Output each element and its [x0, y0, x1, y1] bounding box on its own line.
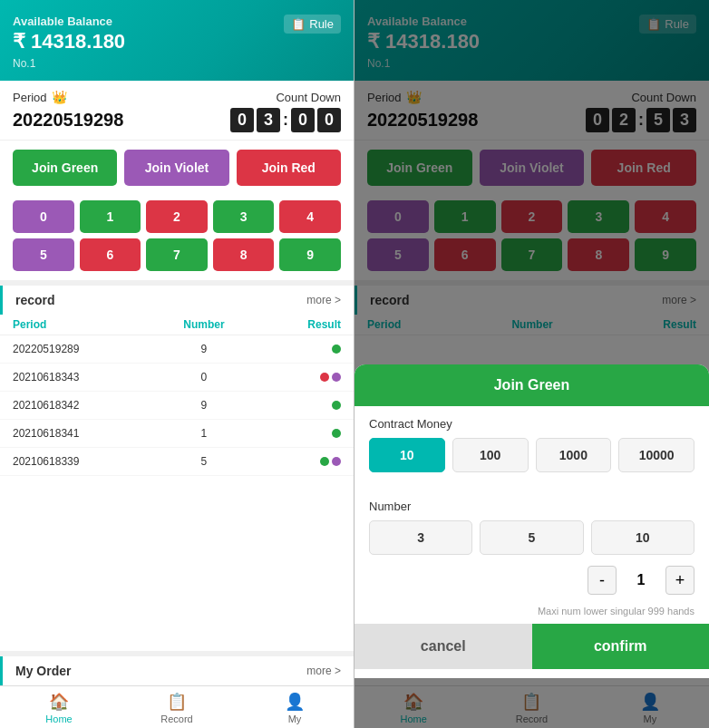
table-row: 20210618343 0 — [0, 364, 354, 392]
left-no: No.1 — [13, 57, 125, 70]
stepper-row: - 1 + — [369, 566, 694, 595]
rule-icon: 📋 — [291, 17, 306, 31]
left-num-7[interactable]: 7 — [146, 238, 208, 271]
left-my-order-more[interactable]: more > — [306, 665, 341, 677]
left-rule-btn[interactable]: 📋 Rule — [284, 15, 341, 34]
left-balance-amount: ₹ 14318.180 — [13, 30, 125, 53]
left-record-title: record — [15, 293, 55, 307]
table-row: 20220519289 9 — [0, 335, 354, 364]
left-record-header: record more > — [0, 286, 354, 315]
left-bottom-nav: 🏠 Home 📋 Record 👤 My — [0, 685, 354, 728]
modal-confirm-btn[interactable]: confirm — [532, 624, 710, 669]
left-countdown: 0 3 : 0 0 — [230, 108, 341, 132]
left-num-2[interactable]: 2 — [146, 200, 208, 233]
left-my-order: My Order more > — [0, 656, 354, 685]
left-join-green-btn[interactable]: Join Green — [13, 150, 117, 186]
left-num-4[interactable]: 4 — [279, 200, 341, 233]
home-label: Home — [45, 713, 72, 724]
left-header: Available Balance ₹ 14318.180 No.1 📋 Rul… — [0, 0, 354, 81]
modal-sheet: Join Green Contract Money 10 100 1000 10… — [354, 364, 709, 678]
modal-number-label: Number — [369, 500, 694, 513]
table-row: 20210618342 9 — [0, 392, 354, 420]
left-num-3[interactable]: 3 — [213, 200, 275, 233]
left-join-red-btn[interactable]: Join Red — [237, 150, 341, 186]
stepper-plus-btn[interactable]: + — [665, 566, 694, 595]
num-opt-3-btn[interactable]: 3 — [369, 520, 472, 555]
my-icon: 👤 — [285, 692, 305, 712]
contract-options: 10 100 1000 10000 — [369, 438, 694, 472]
left-join-buttons: Join Green Join Violet Join Red — [0, 141, 354, 195]
left-balance-label: Available Balance — [13, 15, 125, 28]
cd-m2: 0 — [317, 108, 341, 132]
col-number: Number — [150, 315, 257, 335]
number-options: 3 5 10 — [369, 520, 694, 555]
left-my-order-title: My Order — [15, 664, 71, 678]
col-result: Result — [258, 315, 354, 335]
table-row: 20210618341 1 — [0, 420, 354, 448]
stepper-minus-btn[interactable]: - — [588, 566, 617, 595]
left-period-number: 20220519298 — [13, 110, 123, 131]
left-num-8[interactable]: 8 — [213, 238, 275, 271]
left-num-6[interactable]: 6 — [80, 238, 141, 271]
left-my-order-header: My Order more > — [0, 656, 354, 685]
my-label: My — [288, 713, 302, 724]
num-opt-10-btn[interactable]: 10 — [591, 520, 694, 555]
contract-10-btn[interactable]: 10 — [369, 438, 445, 472]
left-countdown-label: Count Down — [276, 91, 341, 104]
left-panel: Available Balance ₹ 14318.180 No.1 📋 Rul… — [0, 0, 354, 728]
left-num-5[interactable]: 5 — [13, 238, 74, 271]
cd-m1: 0 — [291, 108, 315, 132]
contract-10000-btn[interactable]: 10000 — [618, 438, 694, 472]
modal-contract-section: Contract Money 10 100 1000 10000 — [354, 406, 709, 489]
cd-h2: 3 — [257, 108, 280, 132]
left-num-0[interactable]: 0 — [13, 200, 74, 233]
contract-1000-btn[interactable]: 1000 — [536, 438, 612, 472]
modal-cancel-btn[interactable]: cancel — [354, 624, 532, 669]
right-panel: Available Balance ₹ 14318.180 No.1 📋 Rul… — [354, 0, 709, 728]
record-icon: 📋 — [167, 692, 187, 712]
num-opt-5-btn[interactable]: 5 — [480, 520, 583, 555]
left-number-grid: 0 1 2 3 4 5 6 7 8 9 — [0, 195, 354, 280]
max-note: Maxi num lower singular 999 hands — [354, 606, 709, 624]
left-record-table: Period Number Result 20220519289 9 20210… — [0, 315, 354, 476]
left-join-violet-btn[interactable]: Join Violet — [124, 150, 228, 186]
record-label: Record — [160, 713, 192, 724]
table-row: 20210618339 5 — [0, 448, 354, 476]
nav-record[interactable]: 📋 Record — [118, 692, 236, 724]
left-num-1[interactable]: 1 — [80, 200, 141, 233]
modal-number-section: Number 3 5 10 - 1 + — [354, 489, 709, 606]
nav-my[interactable]: 👤 My — [236, 692, 354, 724]
crown-icon: 👑 — [52, 90, 67, 104]
stepper-value: 1 — [627, 572, 655, 588]
left-record-section: record more > Period Number Result 20220… — [0, 286, 354, 651]
contract-100-btn[interactable]: 100 — [452, 438, 529, 472]
modal-footer: cancel confirm — [354, 624, 709, 669]
cd-h1: 0 — [230, 108, 254, 132]
modal-header: Join Green — [354, 364, 709, 406]
nav-home[interactable]: 🏠 Home — [0, 692, 118, 724]
left-period-section: Period 👑 Count Down 20220519298 0 3 : 0 … — [0, 81, 354, 141]
home-icon: 🏠 — [49, 692, 69, 712]
col-period: Period — [0, 315, 150, 335]
modal-contract-label: Contract Money — [369, 417, 694, 431]
left-record-more[interactable]: more > — [306, 294, 341, 306]
left-num-9[interactable]: 9 — [279, 238, 341, 271]
left-period-label: Period — [13, 91, 47, 104]
